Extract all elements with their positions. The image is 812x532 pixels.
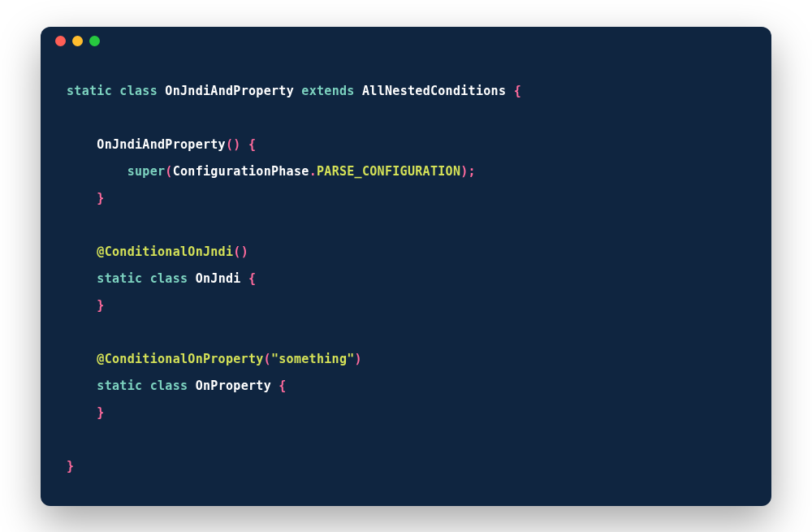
code-window: static class OnJndiAndProperty extends A… xyxy=(41,27,771,506)
code-line xyxy=(67,105,745,132)
code-line: } xyxy=(67,400,745,426)
code-content: static class OnJndiAndProperty extends A… xyxy=(41,55,771,506)
code-line xyxy=(67,319,745,346)
code-line: @ConditionalOnJndi() xyxy=(67,239,745,266)
code-line: } xyxy=(67,453,745,480)
code-line xyxy=(67,212,745,239)
code-line: } xyxy=(67,185,745,212)
titlebar xyxy=(41,27,771,55)
code-line: OnJndiAndProperty() { xyxy=(67,132,745,158)
code-line: static class OnJndiAndProperty extends A… xyxy=(67,78,745,105)
code-line xyxy=(67,426,745,453)
code-line: super(ConfigurationPhase.PARSE_CONFIGURA… xyxy=(67,158,745,185)
code-line: @ConditionalOnProperty("something") xyxy=(67,346,745,373)
code-line: static class OnProperty { xyxy=(67,373,745,400)
code-line: static class OnJndi { xyxy=(67,266,745,292)
code-line: } xyxy=(67,292,745,319)
close-icon[interactable] xyxy=(55,36,66,46)
maximize-icon[interactable] xyxy=(89,36,100,46)
minimize-icon[interactable] xyxy=(72,36,83,46)
